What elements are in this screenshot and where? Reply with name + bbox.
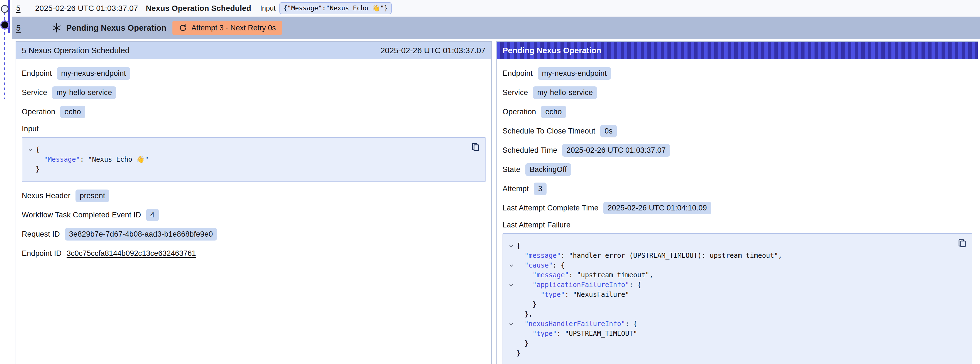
copy-icon[interactable]: [957, 238, 967, 249]
field-label: Endpoint: [503, 69, 533, 78]
scheduled-panel-time: 2025-02-26 UTC 01:03:37.07: [380, 46, 485, 55]
code-line: },: [506, 310, 952, 319]
field-value-badge: BackingOff: [525, 163, 571, 176]
scheduled-panel-title: 5 Nexus Operation Scheduled: [22, 46, 129, 55]
field-with-code: Input{ "Message": "Nexus Echo 👋"}: [22, 125, 485, 182]
field-value-badge: 2025-02-26 UTC 01:03:37.07: [562, 144, 670, 156]
event-id-link[interactable]: 5: [16, 4, 24, 13]
code-line: "message": "upstream timeout",: [506, 270, 952, 280]
detail-field-row: Operationecho: [22, 105, 485, 118]
field-label: Scheduled Time: [503, 146, 557, 155]
field-label: Last Attempt Failure: [503, 221, 972, 229]
event-marker-open-icon: [1, 5, 9, 13]
field-label: State: [503, 165, 520, 174]
field-value-badge: my-nexus-endpoint: [57, 67, 130, 80]
field-label: Nexus Header: [22, 192, 70, 200]
code-gutter: [506, 251, 517, 260]
right-panel-body: Endpointmy-nexus-endpointServicemy-hello…: [497, 59, 978, 364]
field-value-badge: present: [75, 190, 109, 202]
event-marker-current-icon: [2, 21, 8, 29]
detail-field-row: Servicemy-hello-service: [22, 86, 485, 99]
field-label: Operation: [503, 108, 536, 116]
json-code-block: { "Message": "Nexus Echo 👋"}: [22, 137, 485, 182]
collapse-chevron-icon[interactable]: [506, 241, 517, 251]
code-gutter: [506, 310, 517, 319]
history-row-pending-selected[interactable]: 5 Pending Nexus Operation Attempt 3 · Ne…: [12, 17, 980, 39]
code-line: "nexusHandlerFailureInfo": {: [506, 319, 952, 329]
field-label: Request ID: [22, 230, 60, 239]
field-label: Operation: [22, 108, 55, 116]
detail-field-row: Endpoint ID3c0c75ccfa8144b092c13ce632463…: [22, 247, 485, 260]
retry-attempt-badge: Attempt 3 · Next Retry 0s: [172, 21, 282, 35]
code-line: "type": "UPSTREAM_TIMEOUT": [506, 329, 952, 338]
field-value-badge: 3: [534, 182, 546, 195]
detail-field-row: Last Attempt Complete Time2025-02-26 UTC…: [503, 201, 972, 214]
code-line: {: [506, 241, 952, 251]
retry-icon: [178, 23, 188, 32]
field-label: Service: [22, 88, 47, 97]
detail-field-row: Scheduled Time2025-02-26 UTC 01:03:37.07: [503, 144, 972, 156]
field-value-badge: my-nexus-endpoint: [538, 67, 611, 80]
field-value-badge: echo: [541, 105, 566, 118]
field-value-badge: 2025-02-26 UTC 01:04:10.09: [603, 202, 711, 214]
code-line: }: [506, 300, 952, 310]
detail-field-row: Endpointmy-nexus-endpoint: [22, 67, 485, 80]
field-value-badge: 0s: [600, 125, 617, 137]
collapse-chevron-icon[interactable]: [25, 145, 36, 155]
history-row-scheduled[interactable]: 5 2025-02-26 UTC 01:03:37.07 Nexus Opera…: [12, 0, 980, 17]
field-value-badge: 3e829b7e-7d67-4b08-aad3-b1e868bfe9e0: [65, 228, 217, 241]
retry-badge-text: Attempt 3 · Next Retry 0s: [191, 24, 276, 32]
pending-asterisk-icon: [51, 22, 62, 33]
field-label: Endpoint: [22, 69, 52, 78]
code-gutter: [506, 290, 517, 300]
detail-field-row: Endpointmy-nexus-endpoint: [503, 67, 972, 80]
code-line: "message": "handler error (UPSTREAM_TIME…: [506, 251, 952, 260]
scheduled-panel-header: 5 Nexus Operation Scheduled 2025-02-26 U…: [16, 42, 491, 59]
code-line: "applicationFailureInfo": {: [506, 280, 952, 290]
code-gutter: [25, 155, 36, 164]
detail-field-row: Workflow Task Completed Event ID4: [22, 209, 485, 221]
pending-operation-panel: Pending Nexus Operation Endpointmy-nexus…: [496, 41, 978, 364]
event-id-link[interactable]: 5: [16, 23, 24, 33]
code-gutter: [506, 300, 517, 310]
pending-title: Pending Nexus Operation: [66, 23, 166, 33]
code-line: "cause": {: [506, 260, 952, 270]
event-title: Nexus Operation Scheduled: [146, 4, 251, 13]
field-with-code: Last Attempt Failure{ "message": "handle…: [503, 221, 972, 364]
detail-field-row: StateBackingOff: [503, 163, 972, 176]
field-value-badge: echo: [60, 105, 85, 118]
code-line: {: [25, 145, 466, 155]
left-panel-body: Endpointmy-nexus-endpointServicemy-hello…: [16, 59, 491, 272]
code-gutter: [506, 348, 517, 358]
collapse-chevron-icon[interactable]: [506, 280, 517, 290]
detail-field-row: Servicemy-hello-service: [503, 86, 972, 99]
field-label: Attempt: [503, 185, 529, 193]
field-label: Schedule To Close Timeout: [503, 127, 595, 136]
endpoint-id-link[interactable]: 3c0c75ccfa8144b092c13ce632463761: [67, 249, 196, 258]
field-label: Last Attempt Complete Time: [503, 204, 598, 212]
detail-field-row: Attempt3: [503, 182, 972, 195]
input-value-badge: {"Message":"Nexus Echo 👋"}: [279, 2, 392, 14]
detail-field-row: Nexus Headerpresent: [22, 189, 485, 202]
copy-icon[interactable]: [471, 142, 480, 153]
field-value-badge: 4: [146, 209, 159, 221]
event-timestamp: 2025-02-26 UTC 01:03:37.07: [35, 4, 138, 13]
code-gutter: [506, 338, 517, 348]
code-line: "Message": "Nexus Echo 👋": [25, 155, 466, 164]
code-line: }: [506, 338, 952, 348]
code-line: }: [506, 348, 952, 358]
detail-field-row: Schedule To Close Timeout0s: [503, 125, 972, 137]
field-label: Input: [22, 125, 485, 133]
field-label: Endpoint ID: [22, 249, 62, 258]
scheduled-event-panel: 5 Nexus Operation Scheduled 2025-02-26 U…: [16, 41, 492, 364]
json-code-block: { "message": "handler error (UPSTREAM_TI…: [503, 233, 972, 364]
field-value-badge: my-hello-service: [533, 86, 597, 99]
field-value-badge: my-hello-service: [52, 86, 116, 99]
collapse-chevron-icon[interactable]: [506, 319, 517, 329]
collapse-chevron-icon[interactable]: [506, 260, 517, 270]
workflow-history-view: 5 2025-02-26 UTC 01:03:37.07 Nexus Opera…: [0, 0, 980, 364]
detail-field-row: Operationecho: [503, 105, 972, 118]
pending-panel-header: Pending Nexus Operation: [497, 42, 978, 59]
field-label: Workflow Task Completed Event ID: [22, 211, 141, 219]
field-label: Service: [503, 88, 528, 97]
